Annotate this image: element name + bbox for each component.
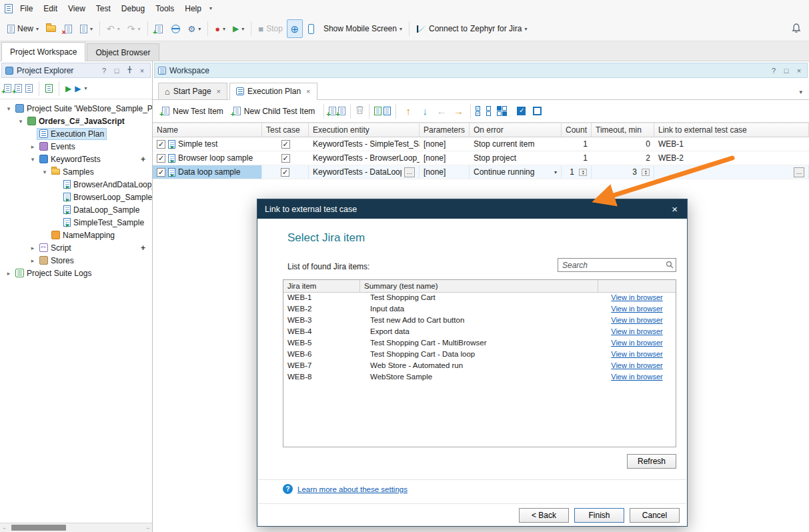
search-input[interactable]: [558, 258, 676, 272]
expander-icon[interactable]: ▸: [4, 270, 13, 277]
test-case-checkbox[interactable]: [281, 154, 290, 163]
web-testing-button[interactable]: [168, 19, 184, 38]
show-mobile-screen-button[interactable]: Show Mobile Screen ▾: [320, 19, 406, 38]
stop-button[interactable]: ■ Stop: [255, 19, 286, 38]
jira-item-row[interactable]: WEB-5 Test Shopping Cart - MultiBrowser …: [283, 338, 676, 349]
browse-entity-button[interactable]: …: [404, 167, 415, 177]
enable-all-items-icon[interactable]: ✓✓: [476, 106, 480, 116]
browse-link-button[interactable]: …: [794, 167, 804, 177]
disable-all-items-icon[interactable]: [486, 106, 491, 116]
tree-item-stores[interactable]: ▸ Stores: [0, 254, 152, 267]
expander-icon[interactable]: ▾: [28, 156, 37, 163]
tree-item-namemapping[interactable]: NameMapping: [0, 229, 152, 241]
generate-report-icon[interactable]: [383, 107, 391, 115]
execution-entity-cell[interactable]: KeywordTests - DataLoop_...…: [309, 165, 420, 179]
delete-test-item-icon[interactable]: [355, 105, 364, 117]
jira-item-row[interactable]: WEB-7 Web Store - Automated run View in …: [283, 361, 676, 372]
jira-item-row[interactable]: WEB-4 Export data View in browser: [283, 327, 676, 338]
scrollbar-thumb[interactable]: [11, 525, 66, 531]
menu-edit[interactable]: Edit: [38, 1, 63, 16]
save-all-button[interactable]: ▾: [77, 19, 96, 38]
maximize-icon[interactable]: □: [782, 67, 791, 75]
count-cell[interactable]: 1: [562, 151, 592, 165]
toggle-group-icon[interactable]: [497, 106, 507, 116]
link-cell[interactable]: WEB-1: [654, 137, 809, 151]
spinner-icon[interactable]: ▴▾: [579, 169, 587, 176]
jira-item-row[interactable]: WEB-1 Test Shopping Cart View in browser: [283, 293, 676, 304]
column-header-parameters[interactable]: Parameters: [420, 123, 470, 137]
data-settings-button[interactable]: ⚙ ▾: [185, 19, 205, 38]
enabled-checkbox[interactable]: [157, 168, 165, 177]
run-suite-icon[interactable]: ▶: [75, 85, 81, 93]
view-in-browser-link[interactable]: View in browser: [611, 361, 662, 369]
pin-icon[interactable]: [125, 66, 134, 75]
learn-more-link[interactable]: Learn more about these settings: [297, 485, 408, 493]
column-header-test-case[interactable]: Test case: [262, 123, 309, 137]
add-project-item-icon[interactable]: +: [15, 84, 22, 93]
column-header-link[interactable]: Link to external test case: [654, 123, 809, 137]
scroll-left-icon[interactable]: ←: [0, 525, 9, 531]
redo-button[interactable]: ↷ ▾: [124, 19, 144, 38]
test-item-row-selected[interactable]: Data loop sample KeywordTests - DataLoop…: [153, 165, 809, 179]
tree-item-execution-plan[interactable]: Execution Plan: [0, 127, 152, 140]
menu-help[interactable]: Help: [179, 1, 207, 16]
test-item-row[interactable]: Simple test KeywordTests - SimpleTest_Sa…: [153, 137, 809, 151]
tree-item-keywordtests[interactable]: ▾ KeywordTests +: [0, 153, 152, 165]
parameters-cell[interactable]: [none]: [420, 137, 470, 151]
link-cell[interactable]: WEB-2: [654, 151, 809, 165]
menu-tools[interactable]: Tools: [150, 1, 179, 16]
expander-icon[interactable]: ▸: [28, 245, 37, 251]
test-case-checkbox[interactable]: [281, 140, 290, 149]
scroll-right-icon[interactable]: →: [143, 525, 152, 531]
object-spy-button[interactable]: ⊕: [287, 19, 303, 38]
test-case-checkbox[interactable]: [281, 168, 289, 177]
add-script-button[interactable]: +: [141, 243, 152, 253]
column-header-summary[interactable]: Summary (test name): [360, 280, 598, 292]
tree-item-project-suite[interactable]: ▾ Project Suite 'WebStore_Sample_Proje: [0, 102, 152, 115]
maximize-icon[interactable]: □: [112, 67, 121, 75]
column-header-name[interactable]: Name: [153, 123, 262, 137]
test-item-row[interactable]: Browser loop sample KeywordTests - Brows…: [153, 151, 809, 165]
timeout-stepper[interactable]: 3▴▾: [592, 165, 654, 179]
on-error-dropdown[interactable]: Continue running▾: [470, 165, 562, 179]
menu-test[interactable]: Test: [91, 1, 116, 16]
on-error-cell[interactable]: Stop current item: [470, 137, 562, 151]
menu-view[interactable]: View: [63, 1, 91, 16]
view-in-browser-link[interactable]: View in browser: [611, 327, 662, 335]
view-in-browser-link[interactable]: View in browser: [611, 350, 662, 358]
link-edit-cell[interactable]: …: [654, 165, 809, 179]
export-test-items-icon[interactable]: [374, 107, 381, 115]
count-stepper[interactable]: 1▴▾: [562, 165, 592, 179]
tree-item-project[interactable]: ▾ Orders_C#_JavaScript: [0, 115, 152, 127]
add-project-suite-icon[interactable]: +: [4, 84, 11, 93]
run-button[interactable]: ▶ ▾: [229, 19, 247, 38]
execution-entity-cell[interactable]: KeywordTests - SimpleTest_Sa...: [309, 137, 420, 151]
view-in-browser-link[interactable]: View in browser: [611, 339, 662, 347]
tab-project-workspace[interactable]: Project Workspace: [1, 42, 85, 61]
indent-icon[interactable]: →: [451, 105, 466, 117]
count-cell[interactable]: 1: [562, 137, 592, 151]
on-error-cell[interactable]: Stop project: [470, 151, 562, 165]
refresh-button[interactable]: Refresh: [627, 454, 676, 469]
execution-entity-cell[interactable]: KeywordTests - BrowserLoop_...: [309, 151, 420, 165]
dialog-title-bar[interactable]: Link to external test case ×: [257, 199, 687, 219]
view-in-browser-link[interactable]: View in browser: [611, 305, 662, 313]
column-header-count[interactable]: Count: [562, 123, 592, 137]
expander-icon[interactable]: ▾: [16, 118, 25, 125]
tree-item-events[interactable]: ▸ Events: [0, 140, 152, 153]
close-icon[interactable]: ×: [137, 67, 147, 75]
column-header-on-error[interactable]: On error: [470, 123, 562, 137]
new-child-test-item-button[interactable]: + New Child Test Item: [229, 105, 319, 118]
tree-item-project-suite-logs[interactable]: ▸ Project Suite Logs: [0, 267, 152, 279]
parameters-cell[interactable]: [none]: [420, 151, 470, 165]
jira-item-row[interactable]: WEB-3 Test new Add to Cart button View i…: [283, 315, 676, 327]
add-keyword-test-button[interactable]: +: [141, 155, 152, 164]
column-header-execution-entity[interactable]: Execution entity: [309, 123, 420, 137]
tab-list-caret-icon[interactable]: ▾: [799, 89, 809, 99]
open-item-icon[interactable]: [25, 84, 33, 93]
enable-selected-icon[interactable]: [517, 107, 526, 115]
enabled-checkbox[interactable]: [157, 140, 165, 149]
import-icon[interactable]: [45, 84, 53, 93]
help-icon[interactable]: ?: [769, 67, 778, 75]
cancel-button[interactable]: Cancel: [630, 508, 680, 523]
